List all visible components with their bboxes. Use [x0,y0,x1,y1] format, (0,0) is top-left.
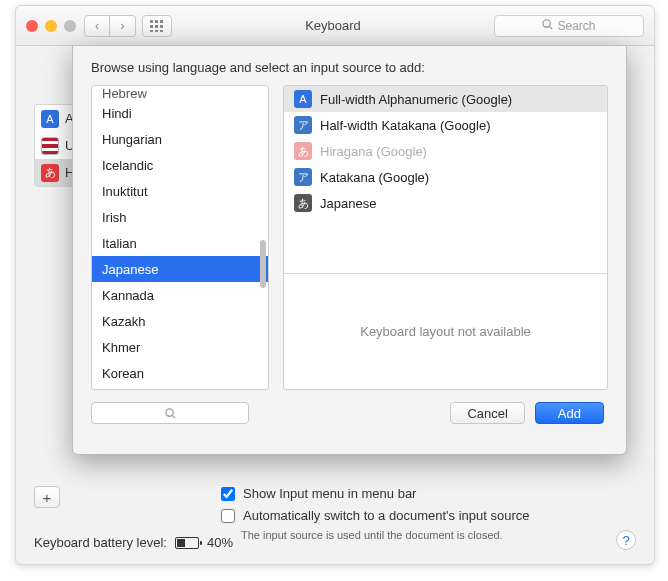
show-menu-checkbox[interactable]: Show Input menu in menu bar [221,486,416,501]
source-row[interactable]: あ Japanese [284,190,607,216]
svg-rect-8 [160,30,163,32]
svg-rect-2 [160,20,163,23]
svg-rect-0 [150,20,153,23]
checkbox-icon[interactable] [221,487,235,501]
language-row[interactable]: Latvian [92,386,268,390]
input-icon: A [41,110,59,128]
language-row[interactable]: Hindi [92,100,268,126]
layout-preview: Keyboard layout not available [284,274,607,389]
language-label: Hindi [102,106,132,121]
language-label: Italian [102,236,137,251]
close-icon[interactable] [26,20,38,32]
svg-rect-6 [150,30,153,32]
language-row[interactable]: Hungarian [92,126,268,152]
traffic-lights [26,20,76,32]
svg-line-12 [172,415,175,418]
language-label: Hebrew [102,86,147,101]
language-row-selected[interactable]: Japanese [92,256,268,282]
language-list[interactable]: Hebrew Hindi Hungarian Icelandic Inuktit… [92,86,268,390]
svg-rect-4 [155,25,158,28]
battery-status: Keyboard battery level: 40% [34,535,233,550]
search-input[interactable]: Search [494,15,644,37]
language-label: Kannada [102,288,154,303]
battery-icon [175,537,199,549]
source-row[interactable]: ア Katakana (Google) [284,164,607,190]
battery-label: Keyboard battery level: [34,535,167,550]
language-row[interactable]: Hebrew [92,86,268,100]
svg-rect-5 [160,25,163,28]
source-icon: ア [294,168,312,186]
window-title: Keyboard [172,18,494,33]
add-source-sheet: Browse using language and select an inpu… [72,45,627,455]
source-row[interactable]: ア Half-width Katakana (Google) [284,112,607,138]
source-icon: A [294,90,312,108]
source-icon: あ [294,142,312,160]
checkbox-label: Automatically switch to a document's inp… [243,508,529,523]
cancel-button[interactable]: Cancel [450,402,524,424]
minimize-icon[interactable] [45,20,57,32]
show-all-button[interactable] [142,15,172,37]
language-row[interactable]: Icelandic [92,152,268,178]
source-icon: あ [294,194,312,212]
grid-icon [150,20,164,32]
source-row-disabled: あ Hiragana (Google) [284,138,607,164]
svg-line-10 [550,26,553,29]
source-row-selected[interactable]: A Full-width Alphanumeric (Google) [284,86,607,112]
source-label: Full-width Alphanumeric (Google) [320,92,512,107]
add-button[interactable]: Add [535,402,604,424]
language-label: Japanese [102,262,158,277]
source-pane: A Full-width Alphanumeric (Google) ア Hal… [283,85,608,390]
battery-value: 40% [207,535,233,550]
checkbox-icon[interactable] [221,509,235,523]
svg-point-9 [543,19,550,26]
language-label: Inuktitut [102,184,148,199]
svg-rect-3 [150,25,153,28]
language-row[interactable]: Korean [92,360,268,386]
language-row[interactable]: Kannada [92,282,268,308]
button-label: Cancel [467,406,507,421]
language-label: Kazakh [102,314,145,329]
language-pane: Hebrew Hindi Hungarian Icelandic Inuktit… [91,85,269,390]
svg-rect-1 [155,20,158,23]
sheet-prompt: Browse using language and select an inpu… [91,60,608,75]
search-icon [542,19,553,33]
language-row[interactable]: Khmer [92,334,268,360]
button-label: Add [558,406,581,421]
titlebar: ‹ › Keyboard Search [16,6,654,46]
flag-icon [41,137,59,155]
language-label: Khmer [102,340,140,355]
source-list[interactable]: A Full-width Alphanumeric (Google) ア Hal… [284,86,607,274]
language-label: Irish [102,210,127,225]
filter-input[interactable] [91,402,249,424]
scroll-thumb[interactable] [260,240,266,288]
zoom-icon [64,20,76,32]
checkbox-hint: The input source is used until the docum… [241,529,503,541]
input-icon: あ [41,164,59,182]
language-row[interactable]: Italian [92,230,268,256]
source-label: Japanese [320,196,376,211]
auto-switch-checkbox[interactable]: Automatically switch to a document's inp… [221,508,529,523]
source-icon: ア [294,116,312,134]
source-label: Half-width Katakana (Google) [320,118,491,133]
search-icon [165,408,176,419]
sheet-footer: Cancel Add [91,402,608,424]
language-label: Korean [102,366,144,381]
nav-buttons: ‹ › [84,15,136,37]
language-label: Icelandic [102,158,153,173]
add-source-button[interactable]: + [34,486,60,508]
source-label: Hiragana (Google) [320,144,427,159]
back-button[interactable]: ‹ [84,15,110,37]
preview-message: Keyboard layout not available [360,324,531,339]
language-row[interactable]: Kazakh [92,308,268,334]
search-placeholder: Search [557,19,595,33]
help-button[interactable]: ? [616,530,636,550]
language-row[interactable]: Irish [92,204,268,230]
forward-button[interactable]: › [110,15,136,37]
language-row[interactable]: Inuktitut [92,178,268,204]
language-label: Hungarian [102,132,162,147]
svg-point-11 [165,408,172,415]
source-label: Katakana (Google) [320,170,429,185]
svg-rect-7 [155,30,158,32]
checkbox-label: Show Input menu in menu bar [243,486,416,501]
